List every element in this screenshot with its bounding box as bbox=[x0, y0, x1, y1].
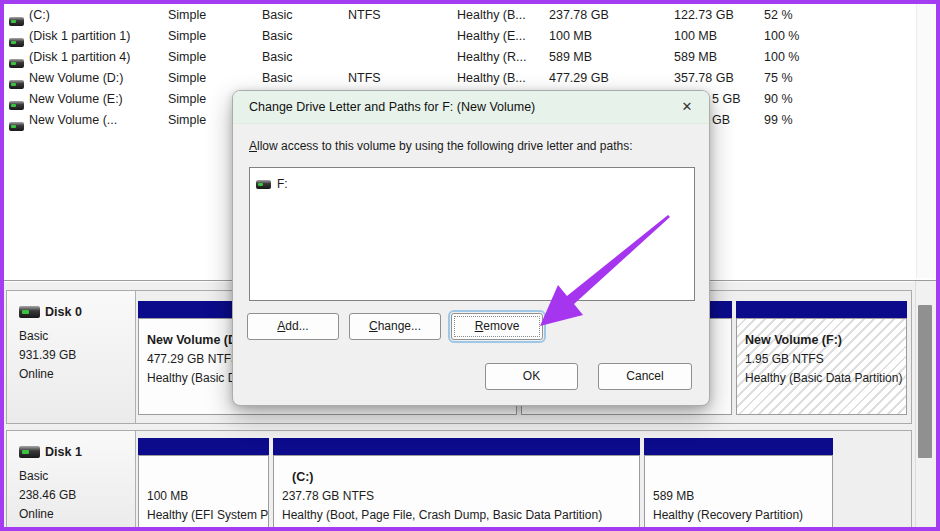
hdd-icon bbox=[9, 59, 24, 68]
volume-status: Healthy (R... bbox=[457, 47, 547, 68]
partition-status: Healthy (Recovery Partition) bbox=[653, 506, 832, 525]
volume-name: New Volume (E:) bbox=[29, 89, 165, 110]
partition-color-bar bbox=[736, 301, 907, 318]
volume-row[interactable]: New Volume (D:) Simple Basic NTFS Health… bbox=[0, 68, 940, 89]
disk-management-window: (C:) Simple Basic NTFS Healthy (B... 237… bbox=[0, 0, 940, 531]
volume-capacity: 100 MB bbox=[549, 26, 649, 47]
dialog-title: Change Drive Letter and Paths for F: (Ne… bbox=[249, 91, 535, 123]
volume-layout: Simple bbox=[168, 5, 248, 26]
dialog-instruction-label: Allow access to this volume by using the… bbox=[249, 139, 693, 153]
volume-pct-free: 100 % bbox=[764, 47, 824, 68]
change-button[interactable]: Change... bbox=[349, 313, 441, 340]
partition-name bbox=[147, 468, 268, 487]
cancel-button[interactable]: Cancel bbox=[598, 363, 692, 390]
partition-name bbox=[653, 468, 832, 487]
volume-name: (Disk 1 partition 4) bbox=[29, 47, 165, 68]
partition-info: 1.95 GB NTFS bbox=[745, 350, 906, 369]
partition-info: 237.78 GB NTFS bbox=[282, 487, 639, 506]
disk-status: Online bbox=[19, 505, 76, 524]
close-icon[interactable]: ✕ bbox=[673, 94, 701, 120]
partition-efi[interactable]: 100 MB Healthy (EFI System Partition) bbox=[138, 431, 269, 530]
disk-name: Disk 0 bbox=[45, 305, 82, 319]
volume-fs bbox=[348, 47, 428, 68]
hdd-icon bbox=[9, 122, 24, 131]
partition-status: Healthy (EFI System Partition) bbox=[147, 506, 268, 525]
volume-row[interactable]: (Disk 1 partition 1) Simple Basic Health… bbox=[0, 26, 940, 47]
scrollbar-thumb[interactable] bbox=[918, 305, 932, 458]
dialog-titlebar: Change Drive Letter and Paths for F: (Ne… bbox=[233, 91, 709, 124]
partition-recovery[interactable]: 589 MB Healthy (Recovery Partition) bbox=[644, 431, 833, 530]
partition-color-bar bbox=[273, 438, 640, 455]
partition-color-bar bbox=[644, 438, 833, 455]
drive-path-item[interactable]: F: bbox=[256, 175, 288, 193]
hdd-icon bbox=[9, 17, 24, 26]
hdd-icon bbox=[9, 80, 24, 89]
volume-status: Healthy (E... bbox=[457, 26, 547, 47]
disk-1-label[interactable]: Disk 1 Basic 238.46 GB Online bbox=[7, 431, 136, 530]
ok-button[interactable]: OK bbox=[485, 363, 578, 390]
volume-fs: NTFS bbox=[348, 68, 428, 89]
drive-letter: F: bbox=[277, 177, 288, 191]
disk-1-row: Disk 1 Basic 238.46 GB Online 100 MB Hea… bbox=[6, 430, 912, 531]
volume-free: 357.78 GB bbox=[674, 68, 754, 89]
volume-name: New Volume (D:) bbox=[29, 68, 165, 89]
volume-capacity: 477.29 GB bbox=[549, 68, 649, 89]
volume-name: (C:) bbox=[29, 5, 165, 26]
partition-c[interactable]: (C:) 237.78 GB NTFS Healthy (Boot, Page … bbox=[273, 431, 640, 530]
volume-type: Basic bbox=[262, 5, 332, 26]
volume-name: (Disk 1 partition 1) bbox=[29, 26, 165, 47]
volume-type: Basic bbox=[262, 47, 332, 68]
volume-fs: NTFS bbox=[348, 5, 428, 26]
disk-type: Basic bbox=[19, 467, 76, 486]
volume-status: Healthy (B... bbox=[457, 68, 547, 89]
volume-status: Healthy (B... bbox=[457, 5, 547, 26]
volume-capacity: 589 MB bbox=[549, 47, 649, 68]
volume-name: New Volume (... bbox=[29, 110, 165, 131]
partition-info: 589 MB bbox=[653, 487, 832, 506]
disk-0-label[interactable]: Disk 0 Basic 931.39 GB Online bbox=[7, 291, 136, 423]
hdd-icon bbox=[19, 306, 40, 318]
volume-free: 122.73 GB bbox=[674, 5, 754, 26]
partition-name: (C:) bbox=[282, 468, 639, 487]
hdd-icon bbox=[9, 38, 24, 47]
hdd-icon bbox=[19, 446, 40, 458]
volume-type: Basic bbox=[262, 26, 332, 47]
volume-pct-free: 90 % bbox=[764, 89, 824, 110]
volume-layout: Simple bbox=[168, 68, 248, 89]
partition-color-bar bbox=[138, 438, 269, 455]
remove-button[interactable]: Remove bbox=[451, 313, 543, 340]
add-button[interactable]: Add... bbox=[247, 313, 339, 340]
change-drive-letter-dialog: Change Drive Letter and Paths for F: (Ne… bbox=[232, 90, 710, 406]
disk-size: 238.46 GB bbox=[19, 486, 76, 505]
partition-name: New Volume (F:) bbox=[745, 331, 906, 350]
volume-pct-free: 52 % bbox=[764, 5, 824, 26]
partition-f-selected[interactable]: New Volume (F:) 1.95 GB NTFS Healthy (Ba… bbox=[736, 291, 907, 423]
volume-list-scroll-track[interactable] bbox=[916, 4, 935, 278]
volume-type: Basic bbox=[262, 68, 332, 89]
partition-info: 100 MB bbox=[147, 487, 268, 506]
hdd-icon bbox=[256, 180, 271, 189]
disk-status: Online bbox=[19, 365, 76, 384]
partition-status: Healthy (Basic Data Partition) bbox=[745, 369, 906, 388]
volume-layout: Simple bbox=[168, 47, 248, 68]
volume-free: 589 MB bbox=[674, 47, 754, 68]
volume-pct-free: 100 % bbox=[764, 26, 824, 47]
volume-row[interactable]: (Disk 1 partition 4) Simple Basic Health… bbox=[0, 47, 940, 68]
disk-size: 931.39 GB bbox=[19, 346, 76, 365]
hdd-icon bbox=[9, 101, 24, 110]
volume-pct-free: 75 % bbox=[764, 68, 824, 89]
volume-row[interactable]: (C:) Simple Basic NTFS Healthy (B... 237… bbox=[0, 5, 940, 26]
partition-status: Healthy (Boot, Page File, Crash Dump, Ba… bbox=[282, 506, 639, 525]
drive-paths-list[interactable]: F: bbox=[249, 167, 695, 301]
disk-name: Disk 1 bbox=[45, 445, 82, 459]
volume-fs bbox=[348, 26, 428, 47]
graphical-view-scrollbar[interactable] bbox=[915, 281, 935, 531]
volume-layout: Simple bbox=[168, 26, 248, 47]
volume-pct-free: 99 % bbox=[764, 110, 824, 131]
volume-free: 100 MB bbox=[674, 26, 754, 47]
disk-type: Basic bbox=[19, 327, 76, 346]
volume-capacity: 237.78 GB bbox=[549, 5, 649, 26]
